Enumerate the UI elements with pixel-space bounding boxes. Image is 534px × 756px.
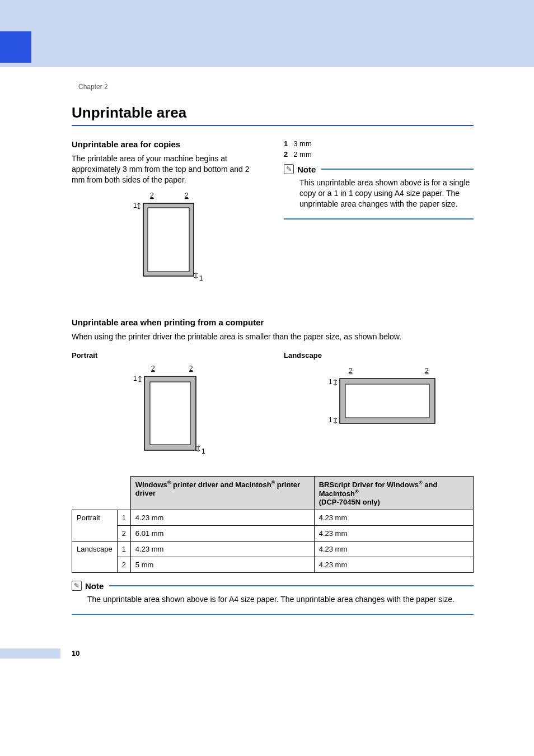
legend-2: 22 mm [284, 150, 474, 158]
svg-rect-25 [150, 382, 190, 445]
svg-text:1: 1 [133, 202, 137, 209]
note-icon: ✎ [284, 164, 294, 174]
svg-text:2: 2 [189, 365, 193, 372]
table-row-label: Landscape [72, 542, 118, 573]
legend-1: 13 mm [284, 139, 474, 148]
section-body-computer: When using the printer driver the printa… [72, 332, 474, 342]
landscape-label: Landscape [284, 351, 474, 360]
svg-text:1: 1 [202, 447, 205, 455]
note-heading: ✎ Note [284, 164, 474, 174]
page-footer: 10 [0, 648, 534, 659]
note-heading: ✎ Note [72, 581, 474, 591]
table-header-brscript: BRScript Driver for Windows® and Macinto… [314, 476, 473, 510]
table-header-windows: Windows® printer driver and Macintosh® p… [130, 476, 314, 510]
note-body: The unprintable area shown above is for … [87, 594, 474, 605]
note-body: This unprintable area shown above is for… [299, 178, 474, 209]
table-row-label: Portrait [72, 510, 118, 542]
chapter-label: Chapter 2 [78, 83, 534, 91]
portrait-label: Portrait [72, 351, 261, 360]
header-decoration [0, 0, 534, 67]
page-number: 10 [72, 649, 79, 659]
svg-text:2: 2 [150, 192, 154, 199]
diagram-portrait: 2 2 1 1 [72, 364, 261, 465]
margins-table: Windows® printer driver and Macintosh® p… [72, 476, 474, 573]
note-label: Note [85, 581, 104, 591]
svg-text:2: 2 [349, 367, 353, 375]
page-title: Unprintable area [72, 104, 474, 126]
svg-text:1: 1 [133, 375, 137, 382]
svg-rect-41 [345, 384, 429, 418]
section-body-copies: The printable area of your machine begin… [72, 153, 261, 185]
note-icon: ✎ [72, 581, 82, 591]
svg-text:1: 1 [329, 416, 332, 424]
section-heading-computer: Unprintable area when printing from a co… [72, 318, 474, 327]
diagram-copies: 2 2 1 1 [72, 191, 261, 297]
svg-rect-9 [148, 208, 189, 272]
diagram-landscape: 2 2 1 1 [284, 366, 474, 445]
svg-text:1: 1 [199, 274, 203, 282]
svg-text:2: 2 [151, 365, 155, 372]
svg-text:1: 1 [329, 378, 332, 386]
note-label: Note [297, 165, 316, 174]
section-heading-copies: Unprintable area for copies [72, 139, 261, 149]
svg-text:2: 2 [425, 367, 429, 375]
svg-text:2: 2 [185, 192, 189, 199]
